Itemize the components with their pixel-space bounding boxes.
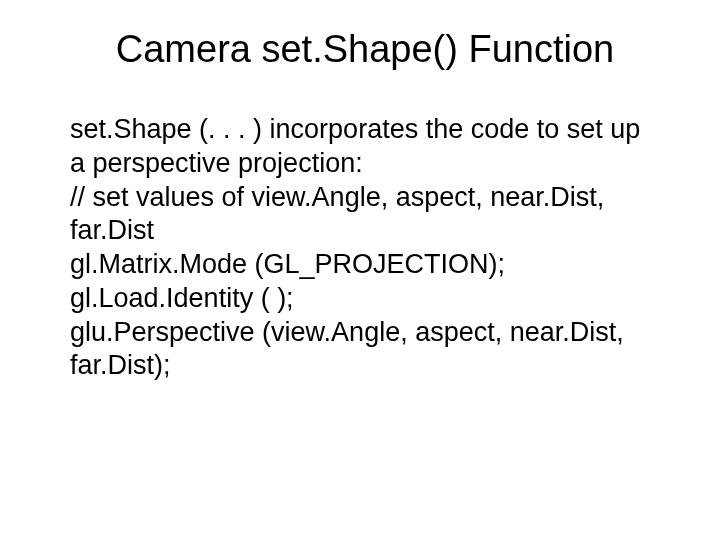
body-line-3: gl.Matrix.Mode (GL_PROJECTION);: [70, 248, 660, 282]
body-line-2: // set values of view.Angle, aspect, nea…: [70, 181, 660, 249]
slide-body: set.Shape (. . . ) incorporates the code…: [70, 113, 660, 383]
slide-title: Camera set.Shape() Function: [70, 28, 660, 71]
body-line-4: gl.Load.Identity ( );: [70, 282, 660, 316]
slide: Camera set.Shape() Function set.Shape (.…: [0, 0, 720, 540]
body-line-5: glu.Perspective (view.Angle, aspect, nea…: [70, 316, 660, 384]
body-line-1: set.Shape (. . . ) incorporates the code…: [70, 113, 660, 181]
